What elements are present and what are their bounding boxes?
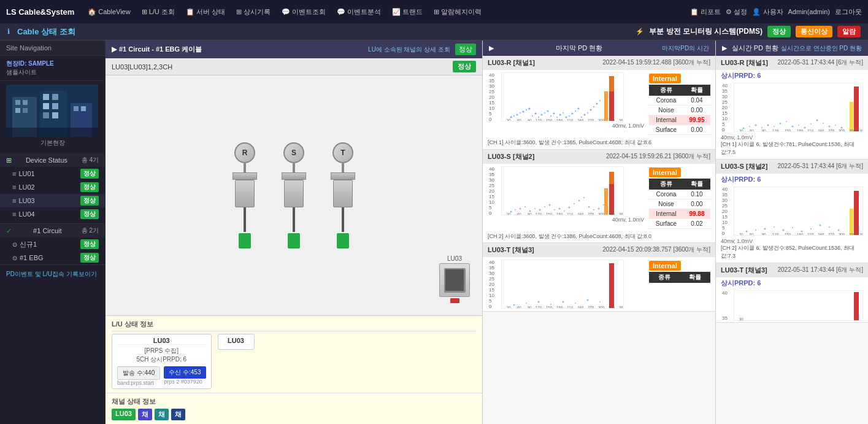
- col-type-ch2: 종류: [649, 179, 683, 190]
- channel-status-section: 채널 상태 정보 LU03 채 채 채: [106, 393, 482, 424]
- svg-point-71: [554, 209, 555, 210]
- lu04-label: LU04: [18, 210, 34, 218]
- svg-rect-14: [74, 106, 79, 111]
- svg-text:90: 90: [528, 212, 532, 215]
- svg-text:300: 300: [598, 118, 605, 121]
- nav-event-analysis[interactable]: 💬 이벤트분석: [332, 5, 386, 19]
- rt-ch2-prpd: 상시PRPD: 6: [716, 174, 868, 185]
- nav-report[interactable]: 📋 리포트: [690, 7, 721, 17]
- svg-point-77: [583, 197, 585, 198]
- rt-ch2-scale: 40mv, 1.0mV: [716, 238, 868, 244]
- svg-point-79: [593, 209, 594, 210]
- transformer-t-head: T: [332, 142, 353, 163]
- svg-point-73: [564, 210, 565, 212]
- lu-send-recv: 발송 수:440 band:prps.start 수신 수:453 prps 2…: [117, 366, 206, 386]
- sidebar-footer: PD이벤트 및 L/U집속 기록보이기: [0, 264, 105, 283]
- svg-point-159: [838, 229, 840, 231]
- pd-scroll-area[interactable]: LU03-R [채널1] 2022-04-15 19:59:12.488 [36…: [483, 56, 715, 424]
- svg-point-132: [829, 126, 831, 128]
- svg-point-101: [563, 301, 564, 303]
- svg-point-25: [535, 113, 537, 115]
- rt-ch1-note: [CH 1] 사이클 6, 발생건수:781, PulseCount:1536,…: [716, 141, 868, 159]
- sidebar-item-singyu[interactable]: ⊙ 신규1 정상: [0, 237, 105, 251]
- nav-cableview[interactable]: 🏠 CableView: [83, 5, 135, 19]
- svg-text:120: 120: [772, 233, 779, 236]
- sidebar-item-ebg[interactable]: ⊙ #1 EBG 정상: [0, 251, 105, 264]
- svg-rect-84: [609, 172, 614, 184]
- svg-point-63: [515, 209, 516, 210]
- realtime-scroll-area[interactable]: LU03-R [채널1] 2022-05-31 17:43:44 [6개 누적]…: [716, 56, 868, 424]
- internal-val-ch2: 99.88: [683, 209, 710, 218]
- nav-record[interactable]: ⊞ 상시기록: [231, 5, 275, 19]
- realtime-title: 실시간 PD 현황: [732, 44, 778, 53]
- nav-lu[interactable]: ⊞ L/U 조회: [137, 5, 180, 19]
- svg-text:360: 360: [859, 233, 863, 236]
- panel-circuit: ▶ #1 Circuit - #1 EBG 케이블 LU에 소속된 채널의 상세…: [106, 40, 483, 424]
- svg-point-104: [599, 301, 601, 303]
- svg-rect-9: [52, 94, 58, 100]
- sidebar-item-lu03[interactable]: ≡ LU03 정상: [0, 194, 105, 207]
- svg-point-32: [556, 117, 558, 118]
- col-type-ch1: 종류: [649, 85, 683, 96]
- noise-type: Noise: [649, 106, 683, 115]
- svg-point-121: [761, 127, 762, 128]
- nav-logout[interactable]: 로그아웃: [835, 7, 862, 17]
- svg-text:300: 300: [598, 212, 605, 215]
- svg-point-64: [520, 207, 521, 209]
- sidebar-item-lu04[interactable]: ≡ LU04 정상: [0, 207, 105, 221]
- svg-text:300: 300: [839, 233, 845, 236]
- lu-recv-count: 수신 수:453: [164, 366, 205, 379]
- svg-text:240: 240: [577, 118, 584, 121]
- nav-event-search[interactable]: 💬 이벤트조회: [277, 5, 331, 19]
- sidebar-item-lu02[interactable]: ≡ LU02 정상: [0, 180, 105, 194]
- svg-point-41: [584, 114, 586, 116]
- nav-server[interactable]: 📋 서버 상태: [181, 5, 230, 19]
- home-icon: 🏠: [88, 8, 96, 16]
- pd-event-link[interactable]: PD이벤트 및 L/U집속 기록보이기: [6, 270, 99, 279]
- panel-circuit-link[interactable]: LU에 소속된 채널의 상세 조회: [368, 45, 450, 54]
- svg-text:240: 240: [818, 233, 824, 236]
- svg-text:300: 300: [598, 306, 605, 309]
- nav-admin: Admin(admin): [788, 8, 830, 15]
- pd-type-badge-ch2: Internal: [649, 168, 681, 177]
- svg-point-81: [603, 204, 604, 206]
- pd-card-ch1: LU03-R [채널1] 2022-04-15 19:59:12.488 [36…: [483, 56, 715, 150]
- svg-rect-49: [609, 76, 614, 91]
- svg-point-76: [578, 199, 580, 201]
- nav-alarm[interactable]: ⊞ 알람헤지이력: [429, 5, 486, 19]
- pd-history-icon: ▶: [489, 44, 494, 52]
- circuit-section-header[interactable]: ✓ #1 Circuit 총 2기: [0, 224, 105, 237]
- lu03-label: LU03: [18, 197, 34, 204]
- svg-point-133: [835, 125, 836, 126]
- svg-point-152: [774, 226, 775, 228]
- svg-text:270: 270: [588, 306, 594, 309]
- lu-id-label: LU03[LU03]: [112, 63, 148, 71]
- sidebar-item-lu01[interactable]: ≡ LU01 정상: [0, 167, 105, 180]
- site-image: [6, 85, 98, 137]
- lu-info-box: LU03 [PRPS 수집] 5CH 상시PRPD: 6 발송 수:440 ba…: [112, 334, 212, 389]
- device-section-header[interactable]: ⊞ Device Status 총 4기: [0, 153, 105, 167]
- svg-point-150: [755, 229, 756, 231]
- site-image-label: 기본현장: [6, 139, 99, 147]
- badge-normal: 정상: [767, 26, 791, 37]
- svg-text:360: 360: [619, 118, 624, 121]
- page-title: Cable 상태 조회: [17, 26, 75, 37]
- chart-icon: 📈: [392, 8, 401, 16]
- nav-trend[interactable]: 📈 트랜드: [387, 5, 428, 19]
- channel-badges: LU03 채 채 채: [112, 409, 476, 420]
- svg-point-70: [549, 204, 551, 206]
- nav-user[interactable]: 👤 사용자: [752, 7, 783, 17]
- chat2-icon: 💬: [337, 8, 345, 16]
- svg-point-23: [529, 108, 531, 110]
- pd-ch1-scale: 40mv, 1.0mV: [488, 123, 644, 129]
- svg-point-30: [550, 115, 551, 117]
- logo-text: LS Cable&System: [6, 7, 74, 17]
- pd-card-ch3-header: LU03-T [채널3] 2022-04-15 20:09:38.757 [36…: [483, 243, 715, 257]
- panel-realtime-pd: ▶ 실시간 PD 현황 실시간으로 연산중인 PD 현황 LU03-R [채널1…: [716, 40, 868, 424]
- svg-point-127: [798, 125, 799, 126]
- pd-history-link[interactable]: 마지막PD의 시간: [662, 44, 709, 53]
- realtime-link[interactable]: 실시간으로 연산중인 PD 현황: [781, 44, 862, 53]
- svg-point-98: [526, 303, 527, 304]
- nav-settings[interactable]: ⚙ 설정: [726, 7, 747, 17]
- svg-point-97: [513, 304, 515, 306]
